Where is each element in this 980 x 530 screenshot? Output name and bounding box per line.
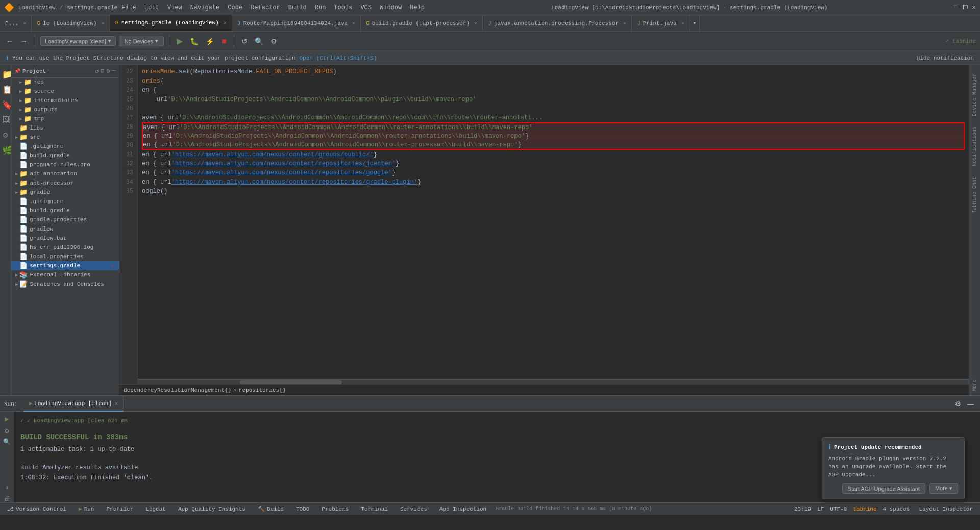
layout-inspector-btn[interactable]: Layout Inspector <box>916 505 976 513</box>
open-project-structure-link[interactable]: Open (Ctrl+Alt+Shift+S) <box>300 55 377 61</box>
tabnine-chat-panel-btn[interactable]: Tabnine Chat <box>971 172 978 217</box>
sidebar-icon-commits[interactable]: 🌿 <box>0 143 11 158</box>
scroll-end-icon[interactable]: ⬇ <box>5 484 9 492</box>
tree-item-local-properties[interactable]: 📄 local.properties <box>11 252 119 261</box>
menu-file[interactable]: File <box>121 4 136 11</box>
hide-notification-link[interactable]: Hide notification <box>917 55 974 61</box>
menu-vcs[interactable]: VCS <box>360 4 372 11</box>
menu-code[interactable]: Code <box>228 4 242 11</box>
app-quality-btn[interactable]: App Quality Insights <box>175 505 249 513</box>
more-button[interactable]: More ▾ <box>929 483 958 494</box>
services-btn[interactable]: Services <box>397 505 430 513</box>
breadcrumb-item[interactable]: dependencyResolutionManagement{} <box>124 387 231 393</box>
tree-item-gradlew-bat[interactable]: 📄 gradlew.bat <box>11 234 119 243</box>
tab-processor[interactable]: J javax.annotation.processing.Processor … <box>483 15 632 31</box>
tree-item-intermediates[interactable]: ▶ 📁 intermediates <box>11 96 119 105</box>
print-icon[interactable]: 🖨 <box>4 495 10 502</box>
menu-help[interactable]: Help <box>410 4 425 11</box>
menu-window[interactable]: Window <box>380 4 402 11</box>
stop-button[interactable]: ■ <box>219 35 229 48</box>
tree-item-gradlew[interactable]: 📄 gradlew <box>11 224 119 234</box>
tree-item-gradle-properties[interactable]: 📄 gradle.properties <box>11 215 119 224</box>
code-link[interactable]: 'https://maven.aliyun.com/nexus/content/… <box>172 178 418 187</box>
collapse-icon[interactable]: ⊟ <box>101 67 104 75</box>
run-again-icon[interactable]: ▶ <box>5 415 9 423</box>
device-manager-panel-btn[interactable]: Device Manager <box>971 69 978 120</box>
menu-refactor[interactable]: Refactor <box>251 4 280 11</box>
tree-item-scratches[interactable]: ▶ 📝 Scratches and Consoles <box>11 280 119 289</box>
menu-edit[interactable]: Edit <box>144 4 159 11</box>
code-link[interactable]: 'https://maven.aliyun.com/nexus/content/… <box>172 168 392 178</box>
stop-run-icon[interactable]: ⚙ <box>5 426 9 435</box>
build-btn[interactable]: 🔨 Build <box>255 504 287 513</box>
tree-item-libs[interactable]: ▶ 📁 libs <box>11 123 119 133</box>
tab-close-icon[interactable]: ✕ <box>23 20 26 27</box>
filter-icon[interactable]: 🔍 <box>3 438 11 446</box>
run-panel-settings-btn[interactable]: ⚙ <box>953 398 963 410</box>
tree-item-build-gradle[interactable]: 📄 build.gradle <box>11 151 119 160</box>
close-panel-icon[interactable]: — <box>112 67 116 75</box>
menu-navigate[interactable]: Navigate <box>190 4 220 11</box>
start-agp-upgrade-button[interactable]: Start AGP Upgrade Assistant <box>842 483 925 494</box>
tree-item-outputs[interactable]: ▶ 📁 outputs <box>11 105 119 114</box>
forward-button[interactable]: → <box>18 35 30 47</box>
tree-item-settings-gradle[interactable]: 📄 settings.gradle ← <box>11 261 119 270</box>
tab-close-icon[interactable]: ✕ <box>102 20 105 27</box>
tree-item-proguard[interactable]: 📄 proguard-rules.pro <box>11 160 119 169</box>
menu-run[interactable]: Run <box>315 4 326 11</box>
tree-item-source[interactable]: ▶ 📁 source <box>11 87 119 96</box>
tree-item-gitignore[interactable]: 📄 .gitignore <box>11 142 119 151</box>
run-tab[interactable]: ▶ LoadingView:app [clean] ✕ <box>23 396 123 412</box>
tab-build-gradle[interactable]: G build.gradle (:apt-processor) ✕ <box>361 15 483 31</box>
sidebar-icon-build-variants[interactable]: ⚙ <box>0 128 11 142</box>
tree-item-apt-processor[interactable]: ▶ 📁 apt-processor <box>11 179 119 188</box>
sidebar-icon-project[interactable]: 📁 <box>0 67 11 82</box>
tab-loadingview[interactable]: G le (LoadingView) ✕ <box>32 15 110 31</box>
tree-item-external-libs[interactable]: ▶ 📚 External Libraries <box>11 270 119 280</box>
profiler-btn[interactable]: Profiler <box>103 505 136 513</box>
menu-view[interactable]: View <box>167 4 182 11</box>
horizontal-scrollbar[interactable] <box>138 379 969 384</box>
settings-button[interactable]: ⚙ <box>268 35 279 47</box>
app-inspection-btn[interactable]: App Inspection <box>436 505 489 513</box>
more-panel-btn[interactable]: More <box>971 375 978 395</box>
breadcrumb-item[interactable]: repositories{} <box>239 387 286 393</box>
logcat-btn[interactable]: Logcat <box>142 505 169 513</box>
tab-printjava[interactable]: J Print.java ✕ <box>632 15 690 31</box>
terminal-btn[interactable]: Terminal <box>358 505 391 513</box>
run-status-btn[interactable]: ▶ Run <box>76 504 97 513</box>
tree-item-src[interactable]: ▶ 📁 src <box>11 133 119 142</box>
settings-icon[interactable]: ⚙ <box>107 67 110 75</box>
tab-routermapping[interactable]: J RouterMapping1694884134024.java ✕ <box>232 15 361 31</box>
close-run-tab-icon[interactable]: ✕ <box>115 400 118 407</box>
tree-item-root-gitignore[interactable]: 📄 .gitignore <box>11 197 119 206</box>
tab-close-icon[interactable]: ✕ <box>623 20 626 27</box>
profile-button[interactable]: ⚡ <box>204 35 216 47</box>
sync-button[interactable]: ↺ <box>239 35 250 47</box>
tab-more[interactable]: ▾ <box>690 15 700 31</box>
back-button[interactable]: ← <box>4 35 15 47</box>
tab-settings-gradle[interactable]: G settings.gradle (LoadingView) ✕ <box>110 15 232 31</box>
maximize-btn[interactable]: ⧠ <box>962 4 968 11</box>
tree-item-root-build-gradle[interactable]: 📄 build.gradle <box>11 206 119 215</box>
build-config-dropdown[interactable]: LoadingView:app [clean] ▾ <box>40 36 116 46</box>
sidebar-icon-bookmarks[interactable]: 🔖 <box>0 98 11 112</box>
minimize-btn[interactable]: — <box>954 4 958 11</box>
tab-close-icon[interactable]: ✕ <box>474 20 477 27</box>
device-selector-button[interactable]: No Devices ▾ <box>119 36 164 46</box>
menu-build[interactable]: Build <box>288 4 307 11</box>
sidebar-icon-structure[interactable]: 📋 <box>0 83 11 97</box>
code-content[interactable]: oriesMode.set(RepositoriesMode.FAIL_ON_P… <box>138 65 969 198</box>
tree-item-hs-err[interactable]: 📄 hs_err_pid13396.log <box>11 243 119 252</box>
todo-btn[interactable]: TODO <box>293 505 312 513</box>
code-link[interactable]: 'https://maven.aliyun.com/nexus/content/… <box>172 159 396 168</box>
search-button[interactable]: 🔍 <box>253 35 265 47</box>
tab-close-icon[interactable]: ✕ <box>224 20 227 26</box>
code-link[interactable]: 'https://maven.aliyun.com/nexus/content/… <box>172 150 374 159</box>
problems-btn[interactable]: Problems <box>318 505 352 513</box>
scrollbar-thumb[interactable] <box>240 380 342 384</box>
menu-tools[interactable]: Tools <box>334 4 352 11</box>
tab-close-icon[interactable]: ✕ <box>681 20 684 27</box>
tab-p[interactable]: P... ✕ <box>0 15 32 31</box>
code-area[interactable]: 22 23 24 25 26 27 28 29 30 31 32 33 34 3… <box>119 65 969 384</box>
